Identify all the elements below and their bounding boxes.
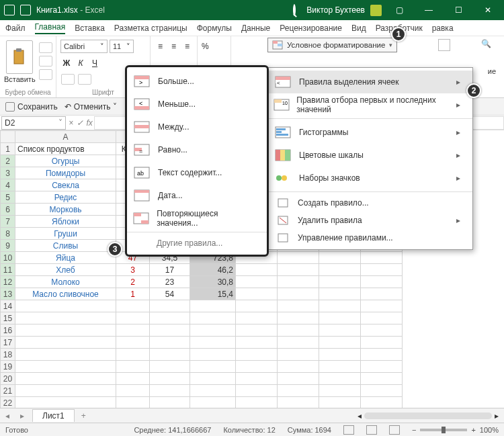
fill-color-button[interactable] (78, 74, 91, 85)
cell[interactable]: Масло сливочное (15, 288, 116, 300)
menu-color-scales[interactable]: Цветовые шкалы▸ (268, 144, 472, 167)
menu-clear-rules[interactable]: Удалить правила▸ (268, 212, 472, 229)
copy-button[interactable] (39, 56, 52, 67)
conditional-formatting-button[interactable]: Условное форматирование ▾ (267, 38, 397, 52)
menu-top-bottom-rules[interactable]: 10 Правила отбора первых и последних зна… (268, 93, 472, 116)
undo-button[interactable]: ↶Отменить˅ (65, 102, 118, 112)
submenu-duplicate-values[interactable]: Повторяющиеся значения... (127, 207, 267, 230)
name-box[interactable]: D2˅ (1, 116, 66, 130)
row-header[interactable]: 10 (1, 252, 15, 264)
column-header[interactable]: A (15, 131, 116, 143)
zoom-level[interactable]: 100% (480, 426, 499, 434)
cell[interactable]: Яйца (15, 252, 116, 264)
row-header[interactable]: 21 (1, 385, 15, 397)
bold-button[interactable]: Ж (60, 58, 73, 68)
cell[interactable]: 15,4 (190, 288, 236, 300)
tab-help[interactable]: равка (432, 24, 454, 33)
row-header[interactable]: 12 (1, 276, 15, 288)
tab-formulas[interactable]: Формулы (197, 24, 232, 33)
row-header[interactable]: 4 (1, 179, 15, 191)
align-bot-button[interactable]: ≡ (181, 42, 193, 51)
row-header[interactable]: 3 (1, 167, 15, 179)
cell[interactable]: 23 (150, 276, 190, 288)
cell[interactable]: Сливы (15, 240, 116, 252)
menu-icon-sets[interactable]: Наборы значков▸ (268, 167, 472, 189)
row-header[interactable]: 14 (1, 300, 15, 312)
row-header[interactable]: 11 (1, 264, 15, 276)
cell[interactable]: 30,8 (190, 276, 236, 288)
add-sheet-button[interactable]: + (75, 411, 93, 421)
tab-layout[interactable]: Разметка страницы (114, 24, 187, 33)
row-header[interactable]: 18 (1, 349, 15, 361)
row-header[interactable]: 13 (1, 288, 15, 300)
ribbon-display-button[interactable]: ▢ (387, 0, 411, 20)
save-button[interactable]: Сохранить (5, 102, 58, 112)
cell[interactable]: 46,2 (190, 264, 236, 276)
row-header[interactable]: 19 (1, 361, 15, 373)
cell[interactable]: Груши (15, 228, 116, 240)
scroll-left-button[interactable]: ◂ (358, 411, 362, 421)
avatar[interactable] (370, 5, 382, 16)
tab-data[interactable]: Данные (241, 24, 270, 33)
row-header[interactable]: 2 (1, 155, 15, 167)
paste-button[interactable] (6, 40, 33, 74)
align-top-button[interactable]: ≡ (155, 42, 166, 51)
fx-buttons[interactable]: ×✓fx (67, 118, 94, 128)
close-button[interactable]: ✕ (476, 0, 500, 20)
view-normal-button[interactable] (343, 425, 354, 435)
sheet-tab[interactable]: Лист1 (32, 409, 75, 422)
tab-review[interactable]: Рецензирование (280, 24, 342, 33)
italic-button[interactable]: К (75, 58, 87, 68)
menu-highlight-cells-rules[interactable]: < Правила выделения ячеек▸ (268, 71, 472, 93)
submenu-date-occurring[interactable]: Дата... (127, 184, 267, 207)
row-header[interactable]: 8 (1, 228, 15, 240)
menu-new-rule[interactable]: Создать правило... (268, 194, 472, 212)
submenu-between[interactable]: Между... (127, 116, 267, 138)
cell[interactable]: 3 (116, 264, 150, 276)
submenu-text-contains[interactable]: ab Текст содержит... (127, 161, 267, 184)
search-icon[interactable] (288, 5, 301, 15)
percent-button[interactable]: % (202, 42, 209, 51)
zoom-slider[interactable] (420, 429, 467, 431)
menu-manage-rules[interactable]: Управление правилами... (268, 229, 472, 247)
row-header[interactable]: 5 (1, 191, 15, 204)
cut-button[interactable] (39, 42, 52, 53)
underline-button[interactable]: Ч (89, 58, 101, 68)
cell[interactable]: 2 (116, 276, 150, 288)
cell-styles-button[interactable] (438, 39, 450, 51)
cell[interactable]: Редис (15, 191, 116, 204)
cell[interactable]: 1 (116, 288, 150, 300)
save-icon[interactable] (20, 5, 31, 15)
sheet-nav-next[interactable]: ▸ (15, 411, 30, 421)
submenu-more-rules[interactable]: Другие правила... (127, 234, 267, 252)
cell[interactable]: Свекла (15, 179, 116, 191)
zoom-out-button[interactable]: − (412, 426, 416, 434)
horizontal-scrollbar[interactable] (364, 412, 492, 419)
row-header[interactable]: 15 (1, 312, 15, 324)
cell[interactable]: Помидоры (15, 167, 116, 179)
cell[interactable]: Морковь (15, 204, 116, 216)
row-header[interactable]: 20 (1, 373, 15, 385)
tab-view[interactable]: Вид (351, 24, 366, 33)
find-button[interactable]: 🔍 (481, 39, 493, 51)
align-mid-button[interactable]: ≡ (168, 42, 179, 51)
format-painter-button[interactable] (39, 69, 52, 80)
cell[interactable]: Список продуктов (15, 143, 116, 155)
cell[interactable]: 17 (150, 264, 190, 276)
autosave-icon[interactable] (4, 5, 15, 15)
row-header[interactable]: 7 (1, 216, 15, 228)
menu-data-bars[interactable]: Гистограммы▸ (268, 121, 472, 144)
submenu-greater-than[interactable]: > Больше... (127, 70, 267, 93)
row-header[interactable]: 1 (1, 143, 15, 155)
submenu-equal-to[interactable]: = Равно... (127, 138, 267, 161)
view-pagebreak-button[interactable] (389, 425, 400, 435)
tab-insert[interactable]: Вставка (75, 24, 105, 33)
font-size-select[interactable]: 11˅ (110, 40, 134, 53)
cell[interactable]: Молоко (15, 276, 116, 288)
row-header[interactable]: 9 (1, 240, 15, 252)
font-name-select[interactable]: Calibri˅ (60, 40, 108, 53)
scroll-right-button[interactable]: ▸ (495, 411, 499, 421)
row-header[interactable]: 16 (1, 324, 15, 337)
maximize-button[interactable]: ☐ (446, 0, 470, 20)
user-name[interactable]: Виктор Бухтеев (306, 5, 365, 15)
